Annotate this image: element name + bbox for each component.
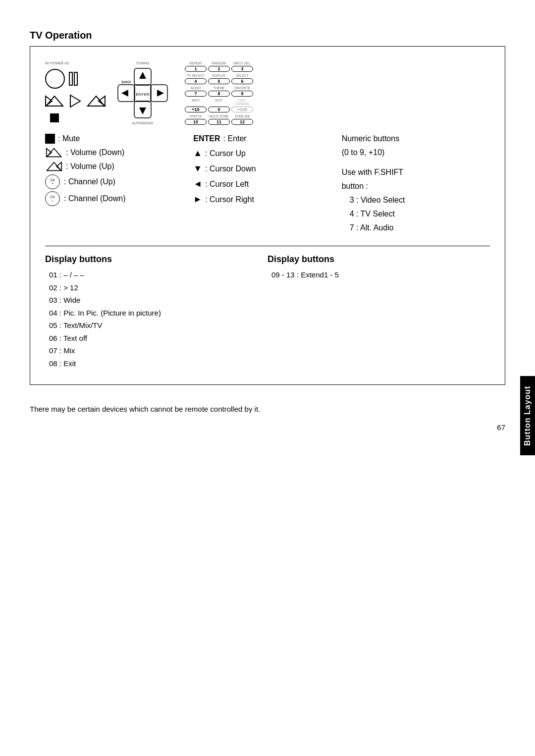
display-item-04: 04 : Pic. In Pic. (Picture in picture) bbox=[49, 307, 268, 320]
num-label-display: DISPLAY bbox=[208, 74, 230, 77]
legend-chdown: Ch – : Channel (Down) bbox=[45, 191, 193, 206]
svg-marker-6 bbox=[139, 72, 146, 79]
svg-text:ENTER: ENTER bbox=[136, 92, 149, 97]
num-btn-3[interactable]: 3 bbox=[231, 66, 253, 72]
legend-chup: Ch + : Channel (Up) bbox=[45, 174, 193, 189]
num-label-select: SELECT bbox=[231, 74, 253, 77]
side-tab-text: Button Layout bbox=[523, 386, 532, 446]
legend-volup: : Volume (Up) bbox=[45, 161, 193, 172]
channel-down-icon: Ch – bbox=[45, 191, 60, 206]
display-item-05: 05 : Text/Mix/TV bbox=[49, 319, 268, 332]
num-label-multizone: MULTI ZONE bbox=[208, 114, 230, 118]
cursor-left-icon: ◄ bbox=[193, 177, 202, 191]
num-btn-row-1: 1 2 3 bbox=[185, 66, 253, 72]
num-label-random: RANDOM bbox=[208, 61, 230, 65]
legend-fshift-text: Use with F.SHIFT bbox=[342, 166, 403, 178]
display-col-right: Display buttons 09 - 13 : Extend1 - 5 bbox=[268, 254, 490, 370]
enter-label: ENTER bbox=[193, 133, 220, 145]
legend-alt-audio: 7 : Alt. Audio bbox=[342, 222, 490, 234]
num-btn-12[interactable]: 12 bbox=[231, 119, 253, 125]
num-btn-0[interactable]: 0 bbox=[208, 107, 230, 112]
legend-numeric-line1: Numeric buttons bbox=[342, 133, 490, 145]
transport-row-2 bbox=[45, 94, 106, 108]
automono-label: AUTO/MONO bbox=[132, 121, 153, 125]
num-btn-4[interactable]: 4 bbox=[185, 78, 207, 84]
legend-cursor-right: ► : Cursor Right bbox=[193, 193, 341, 206]
num-label-info: INFO bbox=[185, 99, 207, 106]
num-btn-row-2: 4 5 6 bbox=[185, 78, 253, 84]
cursor-up-icon: ▲ bbox=[193, 147, 202, 160]
tuning-label: TUNING bbox=[136, 61, 150, 65]
page-container: TV Operation AV POWER I/O bbox=[0, 0, 535, 756]
legend-video-select-text: 3 : Video Select bbox=[350, 194, 405, 206]
svg-marker-12 bbox=[157, 90, 164, 97]
legend-cursor-down: ▼ : Cursor Down bbox=[193, 162, 341, 175]
cursor-right-icon: ► bbox=[193, 193, 202, 206]
num-btn-plus100[interactable]: +100 bbox=[231, 107, 253, 112]
legend-tv-select: 4 : TV Select bbox=[342, 208, 490, 220]
svg-marker-16 bbox=[47, 149, 61, 157]
num-btn-9[interactable]: 9 bbox=[231, 91, 253, 97]
play-icon bbox=[68, 94, 83, 108]
main-box: AV POWER I/O bbox=[30, 46, 505, 385]
num-btn-row-3: 7 8 9 bbox=[185, 91, 253, 97]
num-btn-plus10[interactable]: +10 bbox=[185, 107, 207, 112]
legend-numeric-text1: Numeric buttons bbox=[342, 133, 400, 145]
num-label-favorite: FAVORITE bbox=[231, 86, 253, 90]
num-label-exit: EXIT bbox=[208, 99, 230, 106]
legend-video-select: 3 : Video Select bbox=[342, 194, 490, 206]
num-btn-2[interactable]: 2 bbox=[208, 66, 230, 72]
avpower-label: AV POWER I/O bbox=[45, 61, 106, 65]
display-item-01: 01 : – / – – bbox=[49, 269, 268, 281]
legend-mute: : Mute bbox=[45, 133, 193, 145]
vol-up-icon bbox=[87, 94, 106, 108]
legend-fshift: Use with F.SHIFT bbox=[342, 166, 490, 178]
stop-icon bbox=[50, 113, 59, 122]
num-label-row-5: STATUS MULTI ZONE ZONE A/B bbox=[185, 114, 253, 118]
num-btn-1[interactable]: 1 bbox=[185, 66, 207, 72]
num-label-status: STATUS bbox=[185, 114, 207, 118]
legend-voldwn: : Volume (Down) bbox=[45, 147, 193, 159]
legend-alt-audio-text: 7 : Alt. Audio bbox=[350, 222, 394, 234]
display-col-left: Display buttons 01 : – / – – 02 : > 12 0… bbox=[45, 254, 268, 370]
legend-numeric-text2: (0 to 9, +10) bbox=[342, 147, 385, 159]
num-label-theme: THEME bbox=[208, 86, 230, 90]
num-btn-8[interactable]: 8 bbox=[208, 91, 230, 97]
legend-cursor-left-text: : Cursor Left bbox=[205, 178, 249, 190]
pause-bar1 bbox=[69, 72, 73, 86]
vol-up-legend-icon bbox=[45, 161, 63, 172]
num-btn-11[interactable]: 11 bbox=[208, 119, 230, 125]
legend-col1: : Mute : Volume (Down) : Volume (Up) bbox=[45, 133, 193, 208]
numeric-block: REPEAT RANDOM INPUT SEL. 1 2 3 TV SELECT… bbox=[185, 56, 253, 125]
num-label-row-4: INFO EXIT LAST CHANNEL bbox=[185, 99, 253, 106]
num-btn-7[interactable]: 7 bbox=[185, 91, 207, 97]
legend-col3: Numeric buttons (0 to 9, +10) Use with F… bbox=[342, 133, 490, 236]
pause-bar2 bbox=[74, 72, 78, 86]
num-label-inputsel: INPUT SEL. bbox=[231, 61, 253, 65]
dpad-block: TUNING ENTER bbox=[115, 56, 170, 125]
display-item-02: 02 : > 12 bbox=[49, 281, 268, 294]
legend-enter-text: : Enter bbox=[223, 133, 247, 145]
num-label-tvselect: TV SELECT bbox=[185, 74, 207, 77]
num-btn-10[interactable]: 10 bbox=[185, 119, 207, 125]
legend-enter: ENTER : Enter bbox=[193, 133, 341, 145]
num-label-row-3: AUDIO THEME FAVORITE bbox=[185, 86, 253, 90]
num-btn-5[interactable]: 5 bbox=[208, 78, 230, 84]
side-tab: Button Layout bbox=[520, 376, 535, 455]
page-number: 67 bbox=[30, 423, 505, 432]
legend-mute-text: : Mute bbox=[58, 133, 80, 145]
num-btn-row-4: +10 0 +100 bbox=[185, 107, 253, 112]
mute-icon bbox=[45, 134, 55, 144]
display-item-07: 07 : Mix bbox=[49, 344, 268, 357]
num-label-row-2: TV SELECT DISPLAY SELECT bbox=[185, 74, 253, 77]
num-btn-6[interactable]: 6 bbox=[231, 78, 253, 84]
svg-marker-1 bbox=[46, 96, 52, 106]
power-icon bbox=[45, 69, 65, 89]
channel-up-icon: Ch + bbox=[45, 174, 60, 189]
legend-cursor-down-text: : Cursor Down bbox=[205, 163, 256, 175]
icons-top-area: AV POWER I/O bbox=[45, 56, 490, 125]
pause-icon bbox=[69, 72, 78, 86]
num-label-lastchannel: LAST CHANNEL bbox=[231, 99, 253, 106]
vol-down-legend-icon bbox=[45, 147, 63, 158]
svg-marker-4 bbox=[99, 96, 105, 106]
